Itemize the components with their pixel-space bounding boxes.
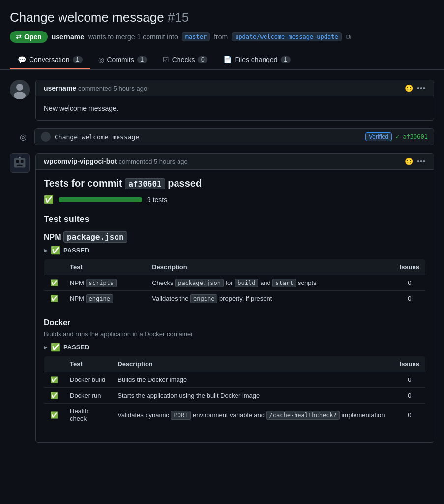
bot-more-options-icon[interactable]: ••• (417, 158, 426, 165)
commit-avatar (41, 132, 51, 142)
copy-icon[interactable]: ⧉ (346, 33, 351, 41)
npm-row-2-test: NPM engine (64, 291, 146, 307)
pr-title: Change welcome message #15 (10, 10, 434, 25)
pr-number: #15 (168, 10, 189, 25)
meta-action: wants to merge 1 commit into (88, 33, 178, 41)
progress-bar (59, 197, 142, 202)
conversation-icon: 💬 (18, 56, 26, 63)
commit-meta: Verified ✓ af30601 (365, 132, 428, 141)
docker-row-1-issues: 0 (394, 372, 426, 388)
npm-row-1-check: ✅ (44, 275, 64, 291)
docker-row-2-check: ✅ (44, 388, 64, 404)
bot-comment-body: Tests for commit af30601 passed ✅ 9 test… (36, 170, 434, 442)
source-branch[interactable]: update/welcome-message-update (232, 32, 342, 41)
target-branch[interactable]: master (182, 32, 210, 41)
docker-desc: Builds and runs the application in a Doc… (44, 330, 426, 338)
pr-title-text: Change welcome message (10, 10, 164, 25)
tab-conversation-count: 1 (73, 56, 83, 63)
bot-comment-block: wpcomvip-vipgoci-bot commented 5 hours a… (10, 153, 434, 443)
docker-row-2-test: Docker run (64, 388, 112, 404)
npm-section-title: NPM package.json (44, 232, 426, 242)
check-icon-5: ✅ (50, 411, 58, 419)
docker-chevron-icon: ▶ (44, 345, 48, 350)
docker-passed-toggle[interactable]: ▶ ✅ PASSED (44, 343, 426, 352)
bot-comment-meta: wpcomvip-vipgoci-bot commented 5 hours a… (44, 158, 188, 165)
npm-row-1-test: NPM scripts (64, 275, 146, 291)
svg-point-9 (19, 157, 21, 158)
docker-title: Docker (44, 318, 426, 327)
docker-row-3: ✅ Healthcheck Validates dynamic PORT env… (44, 404, 426, 427)
tab-checks[interactable]: ☑ Checks 0 (155, 51, 216, 69)
tests-commit-code: af30601 (125, 178, 165, 189)
docker-row-1-check: ✅ (44, 372, 64, 388)
svg-rect-7 (17, 165, 22, 166)
port-code: PORT (171, 411, 191, 420)
tab-conversation-label: Conversation (29, 56, 70, 63)
bot-time: commented 5 hours ago (118, 158, 187, 165)
docker-passed-check-icon: ✅ (51, 343, 60, 352)
npm-engine-inline-code: engine (190, 294, 217, 303)
docker-col-issues: Issues (394, 356, 426, 372)
docker-section: Docker Builds and runs the application i… (44, 318, 426, 427)
check-icon-1: ✅ (50, 279, 58, 286)
pr-meta: ⇄ Open username wants to merge 1 commit … (10, 31, 434, 43)
svg-rect-6 (21, 160, 24, 163)
npm-col-test: Test (64, 259, 146, 275)
npm-passed-check-icon: ✅ (51, 246, 60, 255)
docker-row-3-desc: Validates dynamic PORT environment varia… (112, 404, 393, 427)
tab-conversation[interactable]: 💬 Conversation 1 (10, 51, 90, 69)
tab-commits[interactable]: ◎ Commits 1 (90, 51, 155, 69)
npm-col-check (44, 259, 64, 275)
comment-1-header: username commented 5 hours ago 🙂 ••• (36, 80, 434, 96)
svg-rect-5 (16, 160, 19, 163)
more-options-icon[interactable]: ••• (417, 84, 426, 92)
npm-row-1-issues: 0 (394, 275, 426, 291)
comment-1-meta: username commented 5 hours ago (44, 84, 147, 92)
tests-title-suffix: passed (168, 178, 202, 189)
npm-title-prefix: NPM (44, 233, 63, 241)
tab-commits-label: Commits (107, 56, 134, 63)
npm-passed-label: PASSED (63, 247, 89, 254)
tab-checks-count: 0 (198, 56, 207, 63)
open-label: Open (24, 33, 42, 41)
comment-1: username commented 5 hours ago 🙂 ••• New… (35, 80, 434, 121)
check-icon-4: ✅ (50, 392, 58, 399)
npm-col-description: Description (146, 259, 393, 275)
check-icon-2: ✅ (50, 295, 58, 302)
svg-point-2 (14, 92, 26, 99)
tab-files-label: Files changed (235, 56, 277, 63)
npm-section: NPM package.json ▶ ✅ PASSED (44, 232, 426, 307)
npm-row-1: ✅ NPM scripts Checks package.json for bu… (44, 275, 426, 291)
docker-row-3-check: ✅ (44, 404, 64, 427)
npm-col-issues: Issues (394, 259, 426, 275)
check-icon-3: ✅ (50, 376, 58, 383)
commit-sha: ✓ af30601 (396, 133, 428, 140)
tab-files-count: 1 (281, 56, 291, 63)
meta-user: username (52, 33, 84, 41)
npm-package-json-code: package.json (175, 279, 224, 287)
svg-point-1 (16, 84, 23, 91)
docker-row-3-test: Healthcheck (64, 404, 112, 427)
comment-1-body: New welcome message. (36, 96, 434, 120)
emoji-icon[interactable]: 🙂 (405, 84, 413, 92)
docker-row-1-desc: Builds the Docker image (112, 372, 393, 388)
open-badge: ⇄ Open (10, 31, 48, 43)
timeline: username commented 5 hours ago 🙂 ••• New… (10, 80, 434, 451)
npm-title-code: package.json (63, 231, 127, 243)
tab-files-changed[interactable]: 📄 Files changed 1 (215, 51, 298, 69)
avatar-username (10, 80, 30, 99)
page-header: Change welcome message #15 ⇄ Open userna… (0, 0, 444, 43)
tab-checks-label: Checks (172, 56, 195, 63)
docker-row-3-issues: 0 (394, 404, 426, 427)
tabs-bar: 💬 Conversation 1 ◎ Commits 1 ☑ Checks 0 … (0, 51, 444, 70)
npm-row-2-desc: Validates the engine property, if presen… (146, 291, 393, 307)
docker-row-2-desc: Starts the application using the built D… (112, 388, 393, 404)
docker-col-description: Description (112, 356, 393, 372)
bot-emoji-icon[interactable]: 🙂 (405, 158, 413, 165)
tab-commits-count: 1 (137, 56, 147, 63)
checks-icon: ☑ (163, 56, 169, 63)
npm-chevron-icon: ▶ (44, 248, 48, 253)
npm-passed-toggle[interactable]: ▶ ✅ PASSED (44, 246, 426, 255)
comment-1-time: commented 5 hours ago (78, 85, 147, 92)
tests-title-prefix: Tests for commit (44, 178, 122, 189)
